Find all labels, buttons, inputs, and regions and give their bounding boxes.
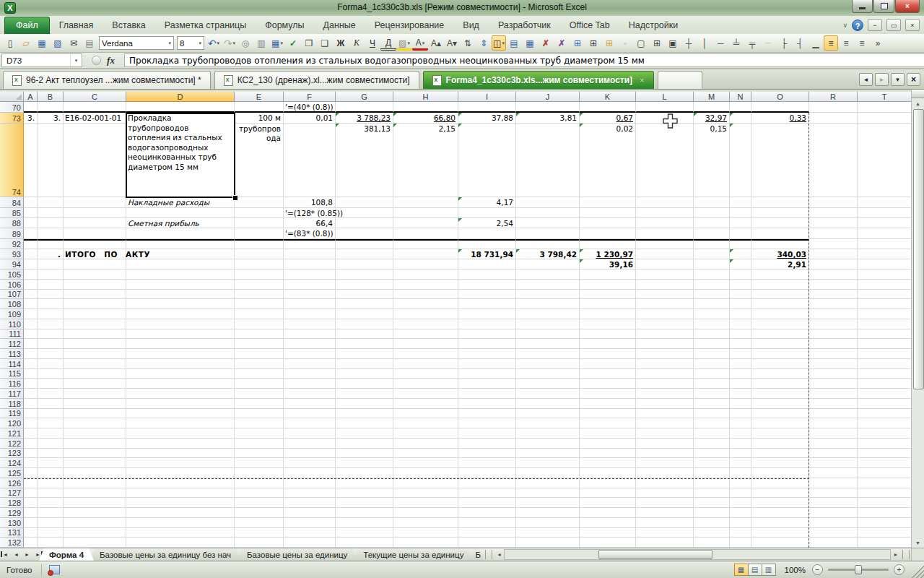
cell-E73[interactable]: 100 м	[235, 113, 284, 124]
cell-M130[interactable]	[694, 518, 730, 528]
cell-C123[interactable]	[64, 449, 126, 459]
cell-H117[interactable]	[393, 389, 458, 399]
cell-D84[interactable]: Накладные расходы	[126, 197, 235, 208]
cell-M105[interactable]	[694, 269, 730, 280]
cell-J112[interactable]	[516, 339, 580, 349]
cell-R74[interactable]	[809, 124, 858, 197]
cell-F117[interactable]	[284, 389, 336, 399]
cell-A109[interactable]	[24, 309, 38, 319]
cell-B85[interactable]	[38, 208, 64, 218]
cell-N126[interactable]	[730, 478, 751, 488]
cell-E130[interactable]	[235, 518, 284, 528]
cell-J122[interactable]	[516, 439, 580, 449]
cell-J128[interactable]	[516, 498, 580, 508]
cell-N132[interactable]	[730, 538, 751, 548]
cell-F88[interactable]: 66,4	[284, 218, 336, 228]
cell-J132[interactable]	[516, 538, 580, 548]
cell-K116[interactable]	[580, 379, 636, 389]
cell-H132[interactable]	[393, 538, 458, 548]
cell-F130[interactable]	[284, 518, 336, 528]
cell-J89[interactable]	[516, 228, 580, 239]
row-header-124[interactable]: 124	[0, 458, 24, 468]
cell-G112[interactable]	[336, 339, 393, 349]
cell-C124[interactable]	[64, 458, 126, 468]
cell-B118[interactable]	[38, 399, 64, 409]
cell-G115[interactable]	[336, 369, 393, 379]
cell-E122[interactable]	[235, 439, 284, 449]
cell-D130[interactable]	[126, 518, 235, 528]
cell-O85[interactable]	[751, 208, 809, 218]
doc-tab-close-icon[interactable]: ×	[640, 76, 644, 85]
merge-across-button[interactable]: ◫▾	[492, 35, 506, 51]
cell-E127[interactable]	[235, 488, 284, 499]
hscroll-left-icon[interactable]: ◄	[494, 548, 504, 561]
ribbon-tab-office-tab[interactable]: Office Tab	[560, 17, 619, 34]
cell-L107[interactable]	[636, 290, 694, 300]
cell-T112[interactable]	[858, 339, 911, 349]
cell-M117[interactable]	[694, 389, 730, 399]
cell-C132[interactable]	[64, 538, 126, 548]
cell-R126[interactable]	[809, 478, 858, 488]
cell-T131[interactable]	[858, 528, 911, 538]
font-color-button[interactable]: А▾	[412, 38, 428, 51]
cell-O126[interactable]	[751, 478, 809, 488]
cell-B131[interactable]	[38, 528, 64, 538]
cell-H111[interactable]	[393, 329, 458, 340]
cell-K113[interactable]	[580, 349, 636, 359]
cell-M112[interactable]	[694, 339, 730, 349]
row-header-73[interactable]: 73	[0, 113, 24, 124]
cell-E118[interactable]	[235, 399, 284, 409]
cell-K88[interactable]	[580, 218, 636, 228]
row-header-111[interactable]: 111	[0, 329, 24, 340]
cell-F123[interactable]	[284, 449, 336, 459]
cell-A128[interactable]	[24, 498, 38, 508]
cell-H93[interactable]	[393, 249, 458, 259]
cell-I113[interactable]	[458, 349, 516, 359]
cell-H74[interactable]: 2,15	[393, 124, 458, 197]
cell-N70[interactable]	[730, 102, 751, 113]
cell-N128[interactable]	[730, 498, 751, 508]
open-button[interactable]: ▱	[18, 35, 34, 51]
cell-N110[interactable]	[730, 319, 751, 329]
document-tab-2[interactable]: КС2_130 (дренаж).xl...жим совместимости]	[214, 71, 419, 89]
cell-G107[interactable]	[336, 290, 393, 300]
cell-O130[interactable]	[751, 518, 809, 528]
cell-R119[interactable]	[809, 409, 858, 419]
ribbon-tab-формулы[interactable]: Формулы	[256, 17, 313, 34]
cell-E126[interactable]	[235, 478, 284, 488]
cell-C113[interactable]	[64, 349, 126, 359]
cell-C112[interactable]	[64, 339, 126, 349]
cell-T73[interactable]	[858, 113, 911, 124]
print-button[interactable]: ▤	[82, 35, 97, 51]
cell-J118[interactable]	[516, 399, 580, 409]
cell-A70[interactable]	[24, 102, 38, 113]
cell-A113[interactable]	[24, 349, 38, 359]
cell-L124[interactable]	[636, 458, 694, 468]
cell-F70[interactable]: '=(40* (0.8))	[284, 102, 336, 113]
cell-B107[interactable]	[38, 290, 64, 300]
cell-J120[interactable]	[516, 418, 580, 428]
cell-H125[interactable]	[393, 468, 458, 478]
redo-button-dropdown-icon[interactable]: ▾	[233, 40, 236, 46]
cell-I89[interactable]	[458, 228, 516, 239]
copy-button[interactable]: ❐	[301, 35, 317, 51]
cell-M128[interactable]	[694, 498, 730, 508]
view-page-layout-button[interactable]: ▤	[748, 564, 762, 576]
cell-H108[interactable]	[393, 299, 458, 309]
cell-H128[interactable]	[393, 498, 458, 508]
cell-B126[interactable]	[38, 478, 64, 488]
cell-F115[interactable]	[284, 369, 336, 379]
select-all-corner[interactable]	[0, 92, 24, 102]
cell-F131[interactable]	[284, 528, 336, 538]
row-header-115[interactable]: 115	[0, 369, 24, 379]
cell-R112[interactable]	[809, 339, 858, 349]
cell-R94[interactable]	[809, 259, 858, 269]
cell-C85[interactable]	[64, 208, 126, 218]
cell-N114[interactable]	[730, 359, 751, 369]
sheet-tab-б[interactable]: Б	[469, 548, 484, 561]
border-bottom-double-button[interactable]: ╧	[728, 35, 744, 51]
cell-K74[interactable]: 0,02	[580, 124, 636, 197]
fit-row-height-button[interactable]: ⇕	[476, 35, 492, 51]
row-header-85[interactable]: 85	[0, 208, 24, 218]
cell-R106[interactable]	[809, 280, 858, 290]
